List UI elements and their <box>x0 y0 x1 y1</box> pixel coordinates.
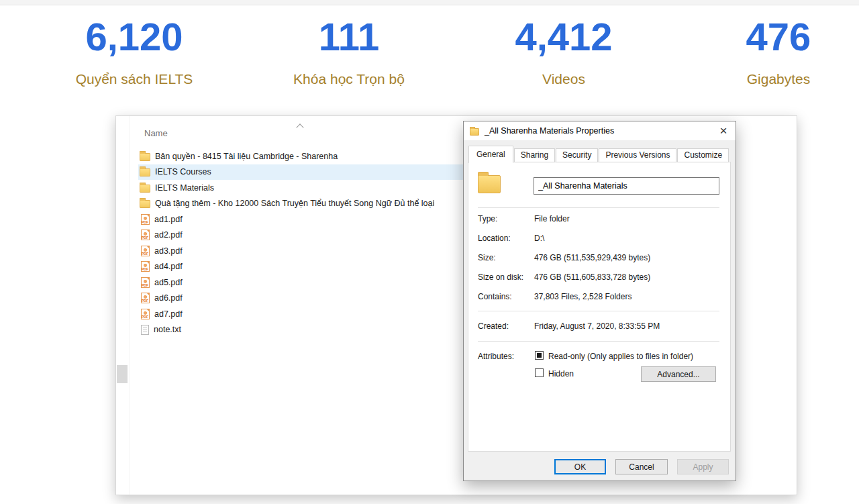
location-value: D:\ <box>534 234 544 243</box>
pdf-file-icon <box>141 246 150 256</box>
stat-gigabytes-value: 476 <box>671 13 859 60</box>
tab-customize[interactable]: Customize <box>677 148 729 162</box>
pdf-file-icon <box>141 277 150 288</box>
stat-gigabytes: 476 Gigabytes <box>671 13 859 87</box>
size-label: Size: <box>478 253 496 262</box>
dialog-title: _All Sharenha Materials Properties <box>485 126 614 136</box>
apply-button[interactable]: Apply <box>677 459 729 474</box>
file-name: ad5.pdf <box>154 278 183 287</box>
pdf-file-icon <box>141 293 150 303</box>
file-row[interactable]: ad3.pdf <box>138 243 463 259</box>
folder-icon <box>140 168 150 177</box>
dialog-titlebar[interactable]: _All Sharenha Materials Properties × <box>464 121 736 140</box>
separator <box>478 341 719 342</box>
stats-banner: 6,120 Quyển sách IELTS 111 Khóa học Trọn… <box>27 13 859 87</box>
file-row[interactable]: ad7.pdf <box>138 306 463 322</box>
created-label: Created: <box>478 321 509 331</box>
pdf-file-icon <box>141 309 150 319</box>
file-row[interactable]: IELTS Materials <box>138 180 463 196</box>
location-label: Location: <box>478 234 511 243</box>
stat-courses-label: Khóa học Trọn bộ <box>242 71 456 87</box>
left-pane-scrollbar[interactable] <box>116 116 130 495</box>
folder-icon <box>140 185 150 193</box>
type-label: Type: <box>478 214 497 223</box>
file-name: Quà tặng thêm - Kho 12000 Sách Truyện Ti… <box>155 199 434 208</box>
scrollbar-thumb[interactable] <box>117 365 128 383</box>
folder-icon <box>140 153 150 161</box>
file-name: IELTS Materials <box>155 183 214 193</box>
size-value: 476 GB (511,535,929,439 bytes) <box>534 253 650 262</box>
file-list: Bản quyền - 8415 Tài liệu Cambridge - Sh… <box>138 148 463 338</box>
tab-previous-versions[interactable]: Previous Versions <box>599 148 676 162</box>
file-name: ad6.pdf <box>154 293 183 303</box>
readonly-label: Read-only (Only applies to files in fold… <box>548 352 693 361</box>
tab-security[interactable]: Security <box>556 148 598 162</box>
stat-gigabytes-label: Gigabytes <box>671 71 859 87</box>
file-row-selected[interactable]: IELTS Courses <box>138 164 463 181</box>
close-icon[interactable]: × <box>711 121 736 140</box>
type-value: File folder <box>534 214 570 223</box>
file-name: ad4.pdf <box>154 262 183 271</box>
size-on-disk-label: Size on disk: <box>478 272 523 282</box>
page: 6,120 Quyển sách IELTS 111 Khóa học Trọn… <box>0 0 859 504</box>
file-name: ad7.pdf <box>154 309 183 319</box>
file-row[interactable]: ad2.pdf <box>138 228 463 244</box>
file-row[interactable]: Bản quyền - 8415 Tài liệu Cambridge - Sh… <box>138 148 463 164</box>
pdf-file-icon <box>141 230 150 240</box>
advanced-button[interactable]: Advanced... <box>641 366 716 382</box>
properties-dialog: _All Sharenha Materials Properties × Gen… <box>463 121 736 481</box>
created-value: Friday, August 7, 2020, 8:33:55 PM <box>534 321 660 331</box>
contains-value: 37,803 Files, 2,528 Folders <box>534 292 631 301</box>
contains-label: Contains: <box>478 292 512 301</box>
stat-books-label: Quyển sách IELTS <box>27 71 242 87</box>
tab-strip: General Sharing Security Previous Versio… <box>468 146 729 162</box>
cancel-button[interactable]: Cancel <box>615 459 668 474</box>
stat-books: 6,120 Quyển sách IELTS <box>27 13 242 87</box>
file-name: IELTS Courses <box>155 167 211 177</box>
file-name: Bản quyền - 8415 Tài liệu Cambridge - Sh… <box>155 152 338 161</box>
file-name: ad1.pdf <box>154 215 183 224</box>
file-row[interactable]: ad6.pdf <box>138 291 463 307</box>
file-row[interactable]: note.txt <box>138 322 463 338</box>
file-row[interactable]: ad5.pdf <box>138 274 463 291</box>
file-row[interactable]: ad4.pdf <box>138 259 463 275</box>
file-name: ad3.pdf <box>154 246 183 256</box>
chevron-up-icon[interactable] <box>296 123 303 131</box>
file-row[interactable]: Quà tặng thêm - Kho 12000 Sách Truyện Ti… <box>138 196 463 212</box>
pdf-file-icon <box>141 214 150 225</box>
file-name: ad2.pdf <box>154 230 183 240</box>
stat-videos-label: Videos <box>456 71 671 87</box>
folder-icon <box>478 175 501 193</box>
text-file-icon <box>141 325 149 335</box>
stat-courses: 111 Khóa học Trọn bộ <box>242 13 456 87</box>
readonly-checkbox[interactable] <box>535 351 544 360</box>
ok-button[interactable]: OK <box>554 459 606 474</box>
stat-books-value: 6,120 <box>27 13 242 60</box>
folder-icon <box>470 128 479 136</box>
general-tab-panel: Type: File folder Location: D:\ Size: 47… <box>468 162 731 452</box>
hidden-checkbox[interactable] <box>535 368 544 377</box>
explorer-screenshot: Name Bản quyền - 8415 Tài liệu Cambridge… <box>115 115 797 495</box>
separator <box>478 207 719 208</box>
stat-courses-value: 111 <box>242 13 456 60</box>
separator <box>478 311 719 311</box>
hidden-label: Hidden <box>548 369 574 379</box>
top-strip <box>0 0 859 5</box>
attributes-label: Attributes: <box>478 352 514 361</box>
tab-sharing[interactable]: Sharing <box>514 148 555 162</box>
file-name: note.txt <box>154 325 181 334</box>
pdf-file-icon <box>141 261 150 272</box>
stat-videos: 4,412 Videos <box>456 13 671 87</box>
column-header-name[interactable]: Name <box>144 128 168 138</box>
folder-name-input[interactable] <box>534 177 719 195</box>
tab-general[interactable]: General <box>468 146 513 163</box>
file-row[interactable]: ad1.pdf <box>138 211 463 228</box>
size-on-disk-value: 476 GB (511,605,833,728 bytes) <box>534 272 650 282</box>
folder-icon <box>140 200 150 208</box>
stat-videos-value: 4,412 <box>456 13 671 60</box>
